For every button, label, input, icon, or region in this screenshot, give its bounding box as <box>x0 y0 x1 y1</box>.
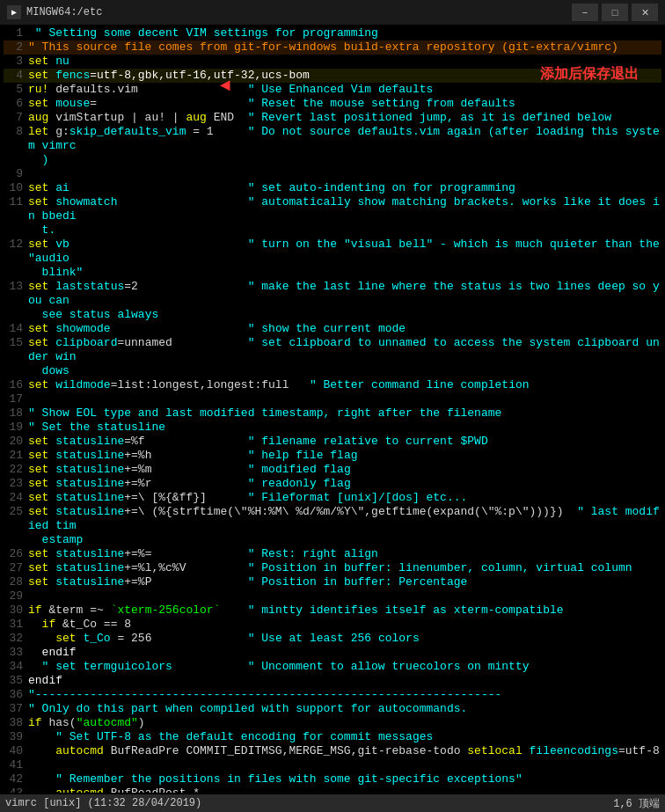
line-content: set statusline+=%P " Position in buffer:… <box>28 575 661 589</box>
code-line: 19 " Set the statusline <box>4 421 661 435</box>
terminal-icon: ▶ <box>7 5 21 19</box>
minimize-button[interactable]: − <box>572 4 598 21</box>
line-content: " Remember the positions in files with s… <box>28 772 661 786</box>
code-line: t. <box>4 223 661 238</box>
line-number: 43 <box>4 786 28 793</box>
line-number: 33 <box>4 646 28 660</box>
line-content: set clipboard=unnamed " set clipboard to… <box>28 336 661 364</box>
line-content: set statusline=%f " filename relative to… <box>28 435 661 449</box>
code-line: estamp <box>4 533 661 547</box>
line-number <box>4 533 28 547</box>
line-number: 9 <box>4 167 28 181</box>
code-line: 37 " Only do this part when compiled wit… <box>4 702 661 716</box>
code-line: 17 <box>4 392 661 406</box>
line-content: set t_Co = 256 " Use at least 256 colors <box>28 632 661 646</box>
code-line: ) <box>4 153 661 167</box>
annotation-text: 添加后保存退出 <box>540 65 639 84</box>
line-number: 22 <box>4 463 28 477</box>
line-content: endif <box>28 674 661 688</box>
line-content: " Set UTF-8 as the default encoding for … <box>28 730 661 744</box>
line-content: set statusline+=%= " Rest: right align <box>28 547 661 561</box>
window-controls[interactable]: − □ ✕ <box>572 4 658 21</box>
code-line: 20 set statusline=%f " filename relative… <box>4 435 661 449</box>
line-number: 26 <box>4 547 28 561</box>
code-line: 36 "------------------------------------… <box>4 688 661 702</box>
code-line: see status always <box>4 308 661 322</box>
line-content: t. <box>28 223 661 238</box>
line-number: 23 <box>4 477 28 491</box>
line-content: dows <box>28 364 661 378</box>
line-number: 31 <box>4 618 28 632</box>
line-number <box>4 153 28 167</box>
title-bar-left: ▶ MINGW64:/etc <box>7 5 102 19</box>
code-line: 2 " This source file comes from git-for-… <box>4 40 661 55</box>
line-number: 12 <box>4 238 28 252</box>
line-number: 3 <box>4 55 28 69</box>
line-number: 28 <box>4 575 28 589</box>
code-line: 31 if &t_Co == 8 <box>4 618 661 632</box>
line-content: ru! defaults.vim " Use Enhanced Vim defa… <box>28 83 661 97</box>
line-content: set statusline+=%r " readonly flag <box>28 477 661 491</box>
line-number: 8 <box>4 125 28 139</box>
line-content: aug vimStartup | au! | aug END " Revert … <box>28 111 661 125</box>
code-line: 1 " Setting some decent VIM settings for… <box>4 26 661 40</box>
line-content: let g:skip_defaults_vim = 1 " Do not sou… <box>28 125 661 153</box>
line-number: 32 <box>4 632 28 646</box>
code-line: 16 set wildmode=list:longest,longest:ful… <box>4 378 661 392</box>
line-number: 15 <box>4 336 28 350</box>
code-line: 43 autocmd BufReadPost * <box>4 786 661 793</box>
code-line: 10 set ai " set auto-indenting on for pr… <box>4 181 661 195</box>
code-line: 15 set clipboard=unnamed " set clipboard… <box>4 336 661 364</box>
line-content: " Show EOL type and last modified timest… <box>28 406 661 421</box>
line-content: set ai " set auto-indenting on for progr… <box>28 181 661 195</box>
line-number: 40 <box>4 744 28 758</box>
line-number: 24 <box>4 491 28 505</box>
line-number: 30 <box>4 604 28 618</box>
code-line: 14 set showmode " show the current mode <box>4 322 661 336</box>
line-number: 42 <box>4 772 28 786</box>
line-number: 21 <box>4 449 28 463</box>
line-number <box>4 266 28 280</box>
code-container: 添加后保存退出 ◄ 1 " Setting some decent VIM se… <box>0 26 665 793</box>
arrow-icon: ◄ <box>220 76 230 96</box>
code-line: 34 " set termguicolors " Uncomment to al… <box>4 660 661 674</box>
line-content: set statusline+=%h " help file flag <box>28 449 661 463</box>
code-line: 35 endif <box>4 674 661 688</box>
line-content: autocmd BufReadPost * <box>28 786 661 793</box>
line-number: 13 <box>4 280 28 294</box>
code-line: 28 set statusline+=%P " Position in buff… <box>4 575 661 589</box>
code-line: 7 aug vimStartup | au! | aug END " Rever… <box>4 111 661 125</box>
code-line: 21 set statusline+=%h " help file flag <box>4 449 661 463</box>
line-number: 7 <box>4 111 28 125</box>
editor-area: 添加后保存退出 ◄ 1 " Setting some decent VIM se… <box>0 25 665 794</box>
line-number: 17 <box>4 392 28 406</box>
code-line: 22 set statusline+=%m " modified flag <box>4 463 661 477</box>
line-number: 34 <box>4 660 28 674</box>
line-content: if &t_Co == 8 <box>28 618 661 632</box>
line-number: 29 <box>4 589 28 604</box>
line-number: 41 <box>4 758 28 772</box>
maximize-button[interactable]: □ <box>602 4 628 21</box>
line-content: set statusline+=\ [%{&ff}] " Fileformat … <box>28 491 661 505</box>
code-line: 26 set statusline+=%= " Rest: right alig… <box>4 547 661 561</box>
code-line: 41 <box>4 758 661 772</box>
line-content: "---------------------------------------… <box>28 688 661 702</box>
line-content: set showmode " show the current mode <box>28 322 661 336</box>
code-line: blink" <box>4 266 661 280</box>
line-number: 10 <box>4 181 28 195</box>
line-number: 35 <box>4 674 28 688</box>
line-number: 5 <box>4 83 28 97</box>
line-content: " Set the statusline <box>28 421 661 435</box>
code-line: 11 set showmatch " automatically show ma… <box>4 195 661 223</box>
line-content: endif <box>28 646 661 660</box>
code-line: 18 " Show EOL type and last modified tim… <box>4 406 661 421</box>
line-content: if &term =~ `xterm-256color` " mintty id… <box>28 604 661 618</box>
line-content: set wildmode=list:longest,longest:full "… <box>28 378 661 392</box>
line-content: if has("autocmd") <box>28 716 661 730</box>
line-content: set statusline+=\ (%{strftime(\"%H:%M\ %… <box>28 505 661 533</box>
line-number: 27 <box>4 561 28 575</box>
close-button[interactable]: ✕ <box>632 4 658 21</box>
line-content: autocmd BufReadPre COMMIT_EDITMSG,MERGE_… <box>28 744 661 758</box>
code-line: 27 set statusline+=%l,%c%V " Position in… <box>4 561 661 575</box>
line-number: 6 <box>4 97 28 111</box>
